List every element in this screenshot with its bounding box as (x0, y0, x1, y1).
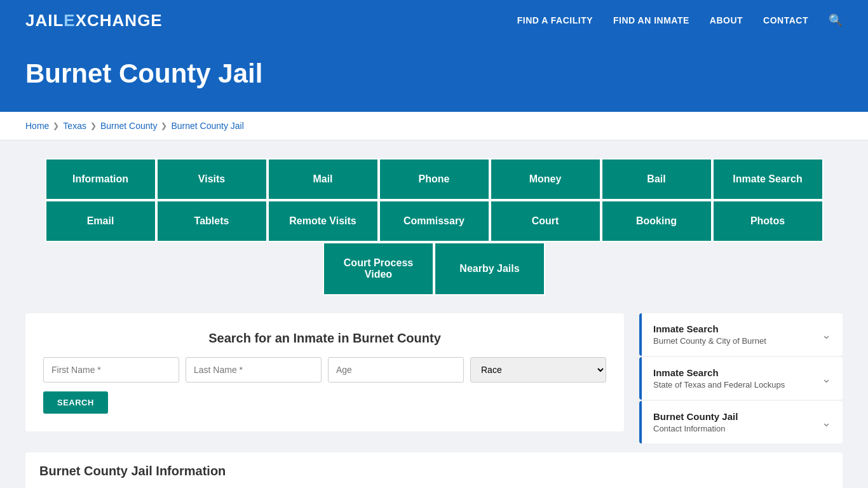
btn-tablets[interactable]: Tablets (156, 200, 268, 242)
btn-information[interactable]: Information (45, 158, 156, 200)
nav-about[interactable]: ABOUT (710, 15, 743, 25)
logo-xchange: XCHANGE (76, 11, 163, 30)
search-button[interactable]: SEARCH (43, 391, 108, 414)
info-section-heading: Burnet County Jail Information (25, 452, 843, 488)
breadcrumb-sep-3: ❯ (161, 121, 167, 130)
logo-jail: JAIL (25, 11, 64, 30)
nav-contact[interactable]: CONTACT (763, 15, 808, 25)
breadcrumb-sep-2: ❯ (90, 121, 97, 130)
btn-money[interactable]: Money (490, 158, 601, 200)
btn-court[interactable]: Court (490, 200, 601, 242)
btn-phone[interactable]: Phone (379, 158, 490, 200)
main-content: Information Visits Mail Phone Money Bail… (0, 140, 868, 488)
page-title: Burnet County Jail (25, 58, 843, 89)
breadcrumb-county[interactable]: Burnet County (100, 121, 158, 131)
side-card-1-title: Inmate Search (653, 323, 766, 334)
search-icon-button[interactable]: 🔍 (829, 13, 843, 27)
btn-mail[interactable]: Mail (268, 158, 379, 200)
breadcrumb-home[interactable]: Home (25, 121, 49, 131)
last-name-input[interactable] (186, 357, 322, 383)
btn-photos[interactable]: Photos (712, 200, 824, 242)
chevron-down-icon-3: ⌄ (822, 416, 831, 430)
chevron-down-icon: ⌄ (822, 328, 831, 342)
btn-remote-visits[interactable]: Remote Visits (268, 200, 379, 242)
logo[interactable]: JAILEXCHANGE (25, 11, 163, 30)
bottom-section: Search for an Inmate in Burnet County Ra… (25, 313, 843, 445)
btn-court-process-video[interactable]: Court Process Video (323, 242, 434, 295)
search-fields: Race White Black Hispanic Asian Other (43, 357, 606, 383)
btn-visits[interactable]: Visits (156, 158, 268, 200)
nav-find-facility[interactable]: FIND A FACILITY (517, 15, 593, 25)
main-nav: FIND A FACILITY FIND AN INMATE ABOUT CON… (517, 13, 843, 27)
breadcrumb: Home ❯ Texas ❯ Burnet County ❯ Burnet Co… (25, 121, 843, 131)
grid-row-3: Court Process Video Nearby Jails (25, 242, 843, 295)
breadcrumb-bar: Home ❯ Texas ❯ Burnet County ❯ Burnet Co… (0, 112, 868, 140)
side-card-1[interactable]: Inmate Search Burnet County & City of Bu… (639, 313, 843, 356)
btn-nearby-jails[interactable]: Nearby Jails (434, 242, 545, 295)
nav-find-inmate[interactable]: FIND AN INMATE (613, 15, 689, 25)
header: JAILEXCHANGE FIND A FACILITY FIND AN INM… (0, 0, 868, 41)
logo-ex: E (64, 11, 75, 30)
side-card-2[interactable]: Inmate Search State of Texas and Federal… (639, 357, 843, 400)
chevron-down-icon-2: ⌄ (822, 372, 831, 386)
btn-bail[interactable]: Bail (601, 158, 712, 200)
search-title: Search for an Inmate in Burnet County (43, 331, 606, 346)
breadcrumb-texas[interactable]: Texas (63, 121, 86, 131)
side-card-1-subtitle: Burnet County & City of Burnet (653, 336, 766, 346)
side-card-3[interactable]: Burnet County Jail Contact Information ⌄ (639, 401, 843, 444)
btn-inmate-search[interactable]: Inmate Search (712, 158, 824, 200)
side-card-2-subtitle: State of Texas and Federal Lockups (653, 380, 785, 390)
grid-row-1: Information Visits Mail Phone Money Bail… (25, 158, 843, 200)
btn-booking[interactable]: Booking (601, 200, 712, 242)
info-heading-text: Burnet County Jail Information (39, 464, 829, 478)
side-card-2-title: Inmate Search (653, 367, 785, 378)
hero-section: Burnet County Jail (0, 41, 868, 112)
first-name-input[interactable] (43, 357, 179, 383)
btn-email[interactable]: Email (45, 200, 156, 242)
btn-commissary[interactable]: Commissary (379, 200, 490, 242)
race-select[interactable]: Race White Black Hispanic Asian Other (470, 357, 606, 383)
nav-button-grid: Information Visits Mail Phone Money Bail… (25, 158, 843, 295)
inmate-search-panel: Search for an Inmate in Burnet County Ra… (25, 313, 624, 431)
side-panel: Inmate Search Burnet County & City of Bu… (639, 313, 843, 445)
side-card-3-title: Burnet County Jail (653, 411, 738, 422)
age-input[interactable] (328, 357, 464, 383)
breadcrumb-sep-1: ❯ (53, 121, 59, 130)
breadcrumb-current: Burnet County Jail (171, 121, 243, 131)
grid-row-2: Email Tablets Remote Visits Commissary C… (25, 200, 843, 242)
side-card-3-subtitle: Contact Information (653, 424, 738, 433)
